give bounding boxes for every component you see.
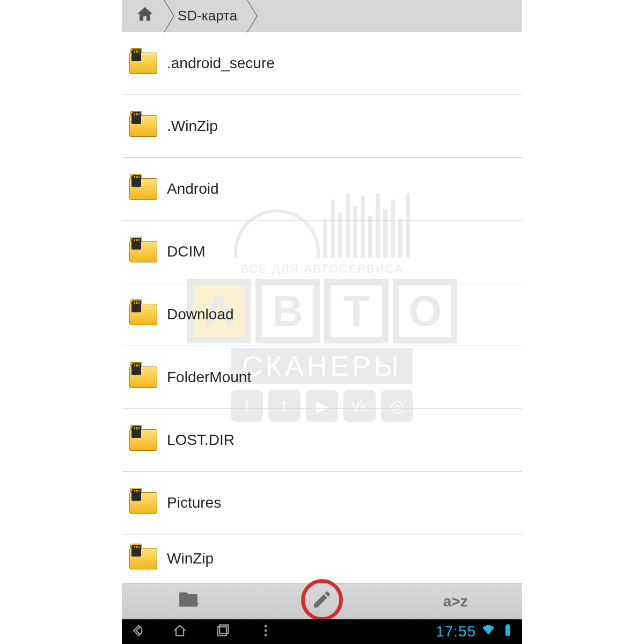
action-bar: + a>z <box>122 583 522 619</box>
pencil-icon <box>311 589 333 614</box>
svg-point-5 <box>265 634 267 636</box>
overflow-button[interactable] <box>258 623 273 640</box>
edit-button[interactable] <box>255 583 389 619</box>
folder-row[interactable]: WinZip <box>122 535 522 583</box>
breadcrumb-current[interactable]: SD-карта <box>164 0 247 32</box>
folder-row[interactable]: DCIM <box>122 221 522 283</box>
sd-folder-icon <box>129 547 157 570</box>
sd-folder-icon <box>129 428 157 452</box>
folder-name: .android_secure <box>167 55 275 72</box>
sd-folder-icon <box>129 52 157 75</box>
folder-row[interactable]: .WinZip <box>122 95 522 158</box>
sd-folder-icon <box>129 114 157 138</box>
breadcrumb-label: SD-карта <box>178 8 237 24</box>
sd-folder-icon <box>129 240 157 264</box>
sd-folder-icon <box>129 303 157 326</box>
sort-button[interactable]: a>z <box>389 583 522 619</box>
new-folder-icon: + <box>178 589 199 614</box>
svg-point-4 <box>265 630 267 632</box>
home-icon <box>136 5 154 27</box>
breadcrumb-home[interactable] <box>122 0 164 32</box>
folder-name: Download <box>167 306 234 323</box>
folder-name: Android <box>167 180 219 197</box>
svg-point-3 <box>265 625 267 628</box>
sort-az-label: a>z <box>443 593 468 610</box>
svg-rect-6 <box>506 625 510 636</box>
folder-row[interactable]: Android <box>122 158 522 221</box>
folder-row[interactable]: FolderMount <box>122 346 522 409</box>
breadcrumb-bar: SD-карта <box>122 0 522 32</box>
android-nav-bar: 17:55 <box>122 619 522 644</box>
new-folder-button[interactable]: + <box>122 583 255 619</box>
home-button[interactable] <box>172 623 187 640</box>
svg-rect-7 <box>507 624 509 626</box>
folder-name: DCIM <box>167 243 206 260</box>
wifi-icon <box>481 623 495 641</box>
folder-name: Pictures <box>167 494 221 511</box>
folder-row[interactable]: Download <box>122 283 522 346</box>
folder-row[interactable]: LOST.DIR <box>122 409 522 472</box>
folder-name: WinZip <box>167 550 214 567</box>
back-button[interactable] <box>129 623 144 640</box>
sd-folder-icon <box>129 365 157 389</box>
folder-name: LOST.DIR <box>167 431 235 449</box>
folder-list: .android_secure .WinZip Android DCIM Dow… <box>122 32 522 583</box>
folder-name: .WinZip <box>167 118 218 135</box>
folder-name: FolderMount <box>167 369 251 386</box>
recents-button[interactable] <box>215 623 230 640</box>
sd-folder-icon <box>129 491 157 515</box>
svg-text:+: + <box>193 598 200 610</box>
clock: 17:55 <box>436 623 476 640</box>
folder-row[interactable]: .android_secure <box>122 32 522 95</box>
file-manager-screen: ВСЕ ДЛЯ АВТОСЕРВИСА АВТО СКАНЕРЫ ft▶vk◎ … <box>122 0 522 644</box>
folder-row[interactable]: Pictures <box>122 472 522 535</box>
battery-icon <box>501 623 515 641</box>
sd-folder-icon <box>129 177 157 201</box>
